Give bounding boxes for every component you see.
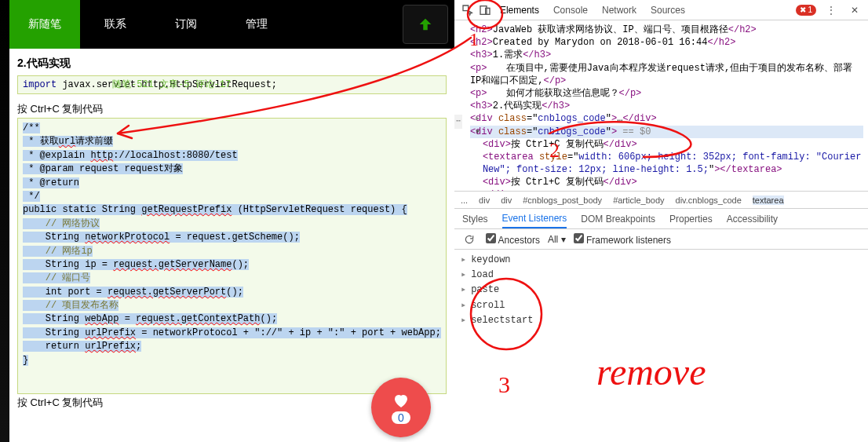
dom-selected-node[interactable]: ▾<div class="cnblogs_code"> == $0 <box>470 126 863 138</box>
tab-accessibility[interactable]: Accessibility <box>727 214 778 225</box>
expand-triangle-icon[interactable]: ▸ <box>475 112 480 125</box>
tab-properties[interactable]: Properties <box>669 214 713 225</box>
crumb-item[interactable]: #article_body <box>613 195 664 205</box>
devtools-toolbar: Elements Console Network Sources ✖1 ⋮ ✕ <box>454 0 868 20</box>
event-item[interactable]: paste <box>461 283 862 298</box>
event-item[interactable]: keydown <box>461 253 862 268</box>
event-item[interactable]: scroll <box>461 298 862 313</box>
crumb-item-selected[interactable]: textarea <box>753 195 784 205</box>
section-heading: 2.代码实现 <box>17 57 447 71</box>
code-block-import: 随笔-521 文章-5 评论-17 import javax.servlet.h… <box>17 75 447 94</box>
crumb-more[interactable]: ... <box>461 195 468 205</box>
left-gutter <box>0 0 9 442</box>
heart-icon <box>391 391 411 410</box>
event-item[interactable]: load <box>461 268 862 283</box>
crumb-item[interactable]: div <box>501 195 512 205</box>
nav-contact[interactable]: 联系 <box>80 0 151 49</box>
scope-select[interactable]: All ▾ <box>548 234 566 245</box>
dom-breadcrumb: ... div div #cnblogs_post_body #article_… <box>454 192 868 209</box>
devtools-close-icon[interactable]: ✕ <box>846 2 863 19</box>
tab-console[interactable]: Console <box>553 5 588 16</box>
crumb-item[interactable]: #cnblogs_post_body <box>523 195 602 205</box>
ancestors-checkbox[interactable]: Ancestors <box>486 233 540 246</box>
nav-subscribe[interactable]: 订阅 <box>151 0 221 49</box>
tab-event-listeners[interactable]: Event Listeners <box>502 213 567 228</box>
nav-manage[interactable]: 管理 <box>221 0 292 49</box>
event-listeners-toolbar: Ancestors All ▾ Framework listeners <box>454 229 868 250</box>
event-item[interactable]: selectstart <box>461 313 862 328</box>
crumb-item[interactable]: div.cnblogs_code <box>676 195 742 205</box>
copy-hint-1: 按 Ctrl+C 复制代码 <box>17 102 447 116</box>
like-button[interactable]: 0 <box>371 378 431 437</box>
event-listeners-list: keydown load paste scroll selectstart <box>454 250 868 331</box>
error-badge[interactable]: ✖1 <box>796 5 816 16</box>
code-block-main[interactable]: /** * 获取url请求前缀 * @explain http://localh… <box>17 118 447 394</box>
tab-styles[interactable]: Styles <box>462 214 488 225</box>
topbar: 新随笔 联系 订阅 管理 <box>9 0 454 49</box>
blog-stats: 随笔-521 文章-5 评论-17 <box>112 78 231 91</box>
dom-tree[interactable]: ⋯ <h2>JavaWeb 获取请求网络协议、IP、端口号、项目根路径</h2>… <box>454 20 868 192</box>
like-count: 0 <box>392 411 410 424</box>
devtools-panel-tabs: Styles Event Listeners DOM Breakpoints P… <box>454 209 868 229</box>
article-content: 2.代码实现 随笔-521 文章-5 评论-17 import javax.se… <box>9 49 454 442</box>
devtools-tabs: Elements Console Network Sources <box>500 5 685 16</box>
device-toolbar-icon[interactable] <box>476 2 494 19</box>
tab-elements[interactable]: Elements <box>500 5 539 16</box>
framework-listeners-checkbox[interactable]: Framework listeners <box>574 233 671 246</box>
refresh-icon[interactable] <box>461 231 478 248</box>
tab-dom-breakpoints[interactable]: DOM Breakpoints <box>581 214 655 225</box>
dom-gutter-icon[interactable]: ⋯ <box>454 115 462 129</box>
arrow-up-icon <box>417 16 434 33</box>
tab-network[interactable]: Network <box>602 5 636 16</box>
devtools-more-icon[interactable]: ⋮ <box>822 2 840 19</box>
tab-sources[interactable]: Sources <box>651 5 685 16</box>
crumb-item[interactable]: div <box>479 195 490 205</box>
import-keyword: import <box>23 79 57 90</box>
devtools: Elements Console Network Sources ✖1 ⋮ ✕ … <box>454 0 868 442</box>
new-post-button[interactable]: 新随笔 <box>9 0 80 49</box>
chevron-down-icon: ▾ <box>561 234 566 245</box>
scroll-top-button[interactable] <box>403 5 448 44</box>
inspect-element-icon[interactable] <box>459 2 476 19</box>
